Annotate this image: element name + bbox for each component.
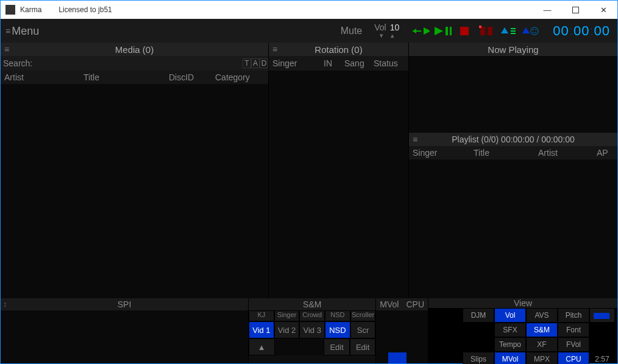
view-time: 2:57 xyxy=(589,352,615,364)
now-playing-header: Now Playing xyxy=(409,43,617,56)
spi-body xyxy=(1,310,248,363)
volume-value: 10 xyxy=(390,23,400,32)
svg-rect-7 xyxy=(460,27,469,35)
topbar: ≡Menu Mute Vol10 ▼▲ 00:00:00 xyxy=(1,19,617,43)
mvol-meter[interactable] xyxy=(376,310,428,363)
svg-point-18 xyxy=(535,29,536,30)
app-title: Karma xyxy=(20,5,41,14)
view-fvol-button[interactable]: FVol xyxy=(558,337,589,352)
close-button[interactable]: ✕ xyxy=(589,1,617,19)
svg-rect-9 xyxy=(479,26,481,28)
up-smiley-button[interactable] xyxy=(521,23,539,40)
view-mvol-button[interactable]: MVol xyxy=(494,352,526,364)
spi-header[interactable]: ↕SPI xyxy=(1,298,248,310)
nsd-button[interactable]: NSD xyxy=(325,321,350,338)
svg-marker-11 xyxy=(501,27,508,33)
svg-rect-8 xyxy=(480,27,485,35)
view-xf-button[interactable]: XF xyxy=(526,337,558,352)
sm-up-button[interactable]: ▲ xyxy=(249,338,274,355)
view-avs-button[interactable]: AVS xyxy=(526,308,558,323)
scr-button[interactable]: Scr xyxy=(350,321,376,338)
mvol-cpu-header: MVolCPU xyxy=(376,298,428,310)
svg-marker-2 xyxy=(413,29,416,33)
rotation-panel: ≡Rotation (0) Singer IN Sang Status xyxy=(269,43,409,298)
pitch-slider[interactable] xyxy=(589,308,615,323)
playlist-list[interactable] xyxy=(409,159,617,298)
playlist-header[interactable]: ≡Playlist (0/0) 00:00:00 / 00:00:00 xyxy=(409,133,617,146)
svg-marker-4 xyxy=(435,27,443,35)
resize-icon[interactable]: ↕ xyxy=(3,300,7,309)
svg-rect-0 xyxy=(572,7,578,13)
svg-rect-10 xyxy=(488,27,492,35)
license-text: Licensed to jb51 xyxy=(59,5,112,14)
svg-point-17 xyxy=(533,29,534,30)
maximize-button[interactable] xyxy=(561,1,589,19)
view-vol-button[interactable]: Vol xyxy=(494,308,526,323)
view-djm-button[interactable]: DJM xyxy=(463,308,494,323)
svg-marker-15 xyxy=(522,27,530,33)
view-pitch-button[interactable]: Pitch xyxy=(558,308,589,323)
search-input[interactable] xyxy=(35,59,243,68)
record-button[interactable] xyxy=(477,23,495,40)
playlist-menu-icon[interactable]: ≡ xyxy=(413,135,417,144)
menu-icon: ≡ xyxy=(5,26,10,36)
media-panel: ≡Media (0) Search: TAD Artist Title Disc… xyxy=(1,43,269,298)
view-font-button[interactable]: Font xyxy=(558,323,589,337)
sm-tabs[interactable]: KJSingerCrowdNSDScroller xyxy=(249,310,375,321)
mvol-cpu-panel: MVolCPU xyxy=(376,298,428,363)
svg-rect-5 xyxy=(446,27,448,35)
svg-rect-6 xyxy=(450,27,452,35)
clock-display: 00:00:00 xyxy=(545,23,617,40)
edit1-button[interactable]: Edit xyxy=(324,338,349,355)
up-list-button[interactable] xyxy=(499,23,517,40)
view-slips-button[interactable]: Slips xyxy=(463,352,494,364)
spi-panel: ↕SPI xyxy=(1,298,249,363)
sm-header: S&M xyxy=(249,298,375,310)
volume-label: Vol xyxy=(374,23,386,32)
back-play-button[interactable] xyxy=(411,23,430,40)
rotation-header[interactable]: ≡Rotation (0) xyxy=(269,43,408,56)
rotation-menu-icon[interactable]: ≡ xyxy=(272,44,277,54)
vid3-button[interactable]: Vid 3 xyxy=(299,321,325,338)
menu-button[interactable]: ≡Menu xyxy=(1,19,41,43)
view-mpx-button[interactable]: MPX xyxy=(526,352,558,364)
view-cpu-button[interactable]: CPU xyxy=(558,352,589,364)
now-playing-panel: Now Playing ≡Playlist (0/0) 00:00:00 / 0… xyxy=(409,43,617,298)
playlist-column-headers[interactable]: Singer Title Artist AP xyxy=(409,146,617,159)
minimize-button[interactable]: — xyxy=(533,1,561,19)
media-menu-icon[interactable]: ≡ xyxy=(4,44,9,54)
vid1-button[interactable]: Vid 1 xyxy=(249,321,274,338)
view-panel: View DJMVolAVSPitchSFXS&MFontTempoXFFVol… xyxy=(428,298,617,363)
volume-down-icon[interactable]: ▼ xyxy=(378,32,385,39)
media-list[interactable] xyxy=(1,84,268,298)
mute-button[interactable]: Mute xyxy=(335,26,369,37)
volume-control[interactable]: Vol10 ▼▲ xyxy=(368,23,405,39)
svg-point-16 xyxy=(531,27,538,35)
svg-marker-3 xyxy=(424,27,430,35)
sm-panel: S&M KJSingerCrowdNSDScroller Vid 1 Vid 2… xyxy=(249,298,376,363)
media-header[interactable]: ≡Media (0) xyxy=(1,43,268,56)
play-pause-button[interactable] xyxy=(433,23,452,40)
media-column-headers[interactable]: Artist Title DiscID Category xyxy=(1,71,268,84)
edit2-button[interactable]: Edit xyxy=(350,338,375,355)
view-header: View xyxy=(428,298,617,308)
view-s&m-button[interactable]: S&M xyxy=(526,323,558,337)
app-icon xyxy=(5,5,15,15)
volume-up-icon[interactable]: ▲ xyxy=(389,32,396,39)
rotation-column-headers[interactable]: Singer IN Sang Status xyxy=(269,56,408,71)
view-sfx-button[interactable]: SFX xyxy=(494,323,526,337)
search-label: Search: xyxy=(1,58,35,68)
vid2-button[interactable]: Vid 2 xyxy=(274,321,300,338)
tad-toggles[interactable]: TAD xyxy=(243,58,268,68)
transport-controls xyxy=(405,23,545,40)
stop-button[interactable] xyxy=(455,23,474,40)
rotation-list[interactable] xyxy=(269,71,408,298)
window-titlebar: Karma Licensed to jb51 — ✕ xyxy=(1,1,617,19)
view-tempo-button[interactable]: Tempo xyxy=(494,337,526,352)
